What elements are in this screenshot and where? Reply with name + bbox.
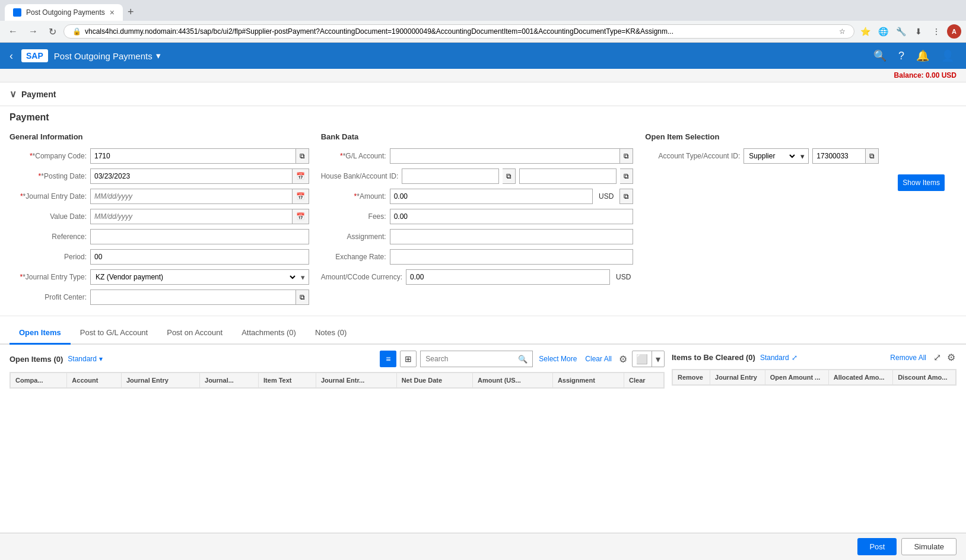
gl-account-row: **G/L Account: ⧉: [321, 148, 634, 164]
search-input[interactable]: [425, 355, 514, 363]
payment-section-header[interactable]: ∨ Payment: [0, 82, 966, 106]
journal-entry-type-dropdown-arrow: ▾: [297, 273, 309, 282]
house-bank-input1[interactable]: [402, 168, 499, 184]
fees-input[interactable]: [390, 209, 634, 224]
open-items-panel-header: Open Items (0) Standard ▾ ≡ ⊞ 🔍 Select M…: [9, 351, 665, 367]
col-journal: Journal...: [200, 373, 259, 388]
tab-notes[interactable]: Notes (0): [306, 322, 356, 345]
profit-center-search-button[interactable]: ⧉: [296, 289, 309, 305]
company-code-label: **Company Code:: [9, 152, 87, 160]
house-bank-icon-button1[interactable]: ⧉: [503, 168, 516, 184]
search-box[interactable]: 🔍: [420, 351, 533, 367]
exchange-rate-row: Exchange Rate:: [321, 249, 634, 265]
profit-center-input[interactable]: [90, 289, 296, 305]
col-discount-amount: Discount Amo...: [893, 370, 956, 385]
download-icon[interactable]: ⬇: [911, 24, 926, 39]
items-cleared-table-wrapper: Remove Journal Entry Open Amount ... All…: [672, 369, 957, 386]
account-id-search-button[interactable]: ⧉: [866, 148, 879, 164]
bookmark-icon[interactable]: ☆: [839, 27, 846, 36]
company-code-search-button[interactable]: ⧉: [296, 148, 309, 164]
reference-input[interactable]: [90, 229, 309, 244]
items-cleared-expand-button[interactable]: ⤢: [932, 351, 942, 364]
col-remove: Remove: [673, 370, 710, 385]
items-cleared-settings-button[interactable]: ⚙: [946, 351, 957, 364]
amount-input[interactable]: [390, 189, 593, 204]
journal-entry-date-calendar-button[interactable]: 📅: [293, 189, 309, 204]
new-tab-button[interactable]: +: [123, 4, 139, 21]
open-items-more-actions: ⬜ ▾: [632, 351, 665, 367]
nav-back-button[interactable]: ←: [5, 25, 21, 38]
assignment-input[interactable]: [390, 229, 634, 244]
show-items-button[interactable]: Show Items: [898, 174, 945, 191]
profile-avatar[interactable]: A: [947, 24, 961, 39]
reference-label: Reference:: [9, 233, 87, 241]
address-bar[interactable]: 🔒 ☆: [63, 24, 854, 39]
col-open-amount: Open Amount ...: [765, 370, 828, 385]
grid-view-button[interactable]: ⊞: [400, 351, 417, 367]
fees-label: Fees:: [321, 212, 386, 221]
chrome-extension-icon[interactable]: 🔧: [894, 24, 908, 39]
amount-wrapper: USD ⧉: [390, 189, 634, 204]
header-search-button[interactable]: 🔍: [869, 47, 891, 65]
tab-close-button[interactable]: ×: [110, 8, 115, 17]
profit-center-row: Profit Center: ⧉: [9, 289, 309, 305]
nav-forward-button[interactable]: →: [25, 25, 42, 38]
gl-account-input-wrapper: ⧉: [390, 148, 634, 164]
exchange-rate-input[interactable]: [390, 249, 634, 265]
extension-icon[interactable]: ⭐: [858, 24, 872, 39]
posting-date-calendar-button[interactable]: 📅: [293, 168, 309, 184]
open-items-dropdown-button[interactable]: ▾: [652, 352, 664, 366]
tab-post-account[interactable]: Post on Account: [157, 322, 232, 345]
open-items-view-selector[interactable]: Standard ▾: [68, 355, 103, 363]
items-cleared-panel-header: Items to Be Cleared (0) Standard ⤢ Remov…: [672, 351, 957, 364]
select-more-button[interactable]: Select More: [536, 355, 579, 363]
house-bank-icon-button2[interactable]: ⧉: [620, 168, 633, 184]
items-cleared-right-panel: Items to Be Cleared (0) Standard ⤢ Remov…: [672, 351, 957, 389]
posting-date-input[interactable]: [90, 168, 293, 184]
header-profile-button[interactable]: 👤: [936, 47, 959, 65]
header-help-button[interactable]: ?: [894, 47, 909, 65]
tab-favicon: [13, 8, 21, 17]
menu-icon[interactable]: ⋮: [929, 24, 943, 39]
amount-ccode-currency: USD: [614, 273, 633, 281]
gl-account-label: **G/L Account:: [321, 152, 386, 160]
list-view-button[interactable]: ≡: [380, 351, 396, 367]
url-input[interactable]: [85, 27, 835, 36]
items-cleared-view-label: Standard: [760, 354, 789, 362]
journal-entry-type-dropdown[interactable]: KZ (Vendor payment) ▾: [90, 269, 309, 285]
account-id-input[interactable]: [812, 148, 866, 164]
tab-open-items[interactable]: Open Items: [9, 322, 71, 345]
journal-entry-date-label: **Journal Entry Date:: [9, 192, 87, 201]
value-date-input[interactable]: [90, 209, 293, 224]
reference-row: Reference:: [9, 229, 309, 244]
value-date-calendar-button[interactable]: 📅: [293, 209, 309, 224]
app-back-button[interactable]: ‹: [7, 47, 15, 65]
period-input[interactable]: [90, 249, 309, 265]
clear-all-button[interactable]: Clear All: [583, 355, 614, 363]
house-bank-input2[interactable]: [519, 168, 617, 184]
gl-account-input[interactable]: [390, 148, 621, 164]
nav-reload-button[interactable]: ↻: [45, 25, 60, 39]
company-code-input[interactable]: [90, 148, 296, 164]
open-items-container: Open Items (0) Standard ▾ ≡ ⊞ 🔍 Select M…: [0, 345, 966, 394]
journal-entry-date-input[interactable]: [90, 189, 293, 204]
col-company: Compa...: [11, 373, 67, 388]
open-items-settings-button[interactable]: ⚙: [618, 352, 628, 366]
account-type-dropdown[interactable]: Supplier ▾: [743, 148, 809, 164]
account-type-select[interactable]: Supplier: [744, 149, 797, 163]
remove-all-button[interactable]: Remove All: [888, 354, 929, 362]
items-cleared-view-selector[interactable]: Standard ⤢: [760, 354, 797, 362]
amount-currency-search-button[interactable]: ⧉: [619, 189, 633, 204]
period-label: Period:: [9, 253, 87, 261]
tab-post-gl[interactable]: Post to G/L Account: [71, 322, 157, 345]
translate-icon[interactable]: 🌐: [876, 24, 890, 39]
gl-account-search-button[interactable]: ⧉: [620, 148, 633, 164]
tab-attachments[interactable]: Attachments (0): [232, 322, 306, 345]
amount-ccode-input[interactable]: [406, 269, 610, 285]
open-items-toolbar: ≡ ⊞ 🔍 Select More Clear All ⚙ ⬜ ▾: [380, 351, 665, 367]
journal-entry-type-select[interactable]: KZ (Vendor payment): [91, 270, 297, 284]
cleared-table-header-row: Remove Journal Entry Open Amount ... All…: [673, 370, 956, 385]
open-items-action-button[interactable]: ⬜: [633, 352, 652, 366]
header-notification-button[interactable]: 🔔: [911, 47, 934, 65]
app-title-dropdown-icon[interactable]: ▾: [156, 50, 161, 61]
